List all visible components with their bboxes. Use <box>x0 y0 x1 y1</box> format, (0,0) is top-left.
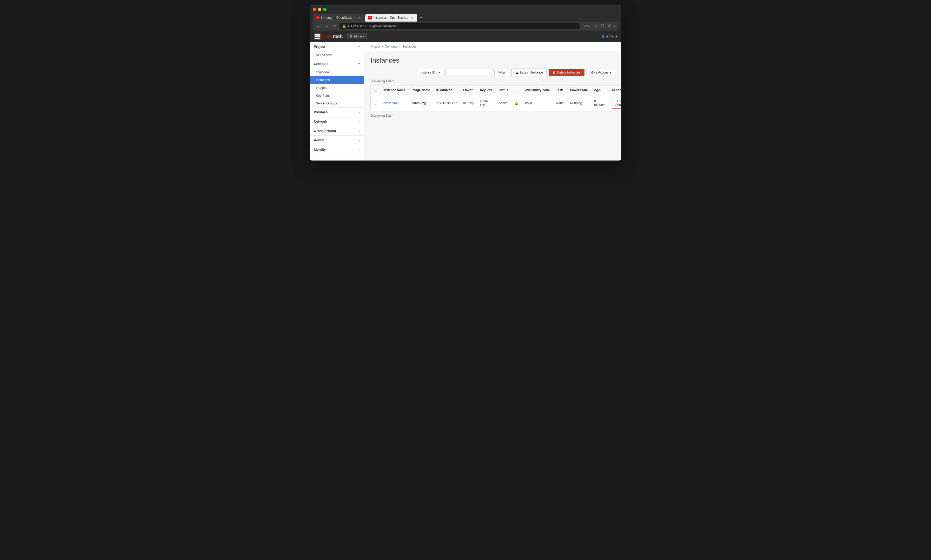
sidebar-section-project: Project ▾ API Access <box>309 42 364 59</box>
sidebar-orchestration-label: Orchestration <box>314 129 336 133</box>
sidebar-project-chevron: ▾ <box>358 45 360 48</box>
svg-rect-2 <box>315 36 320 37</box>
openstack-logo-icon <box>314 33 321 40</box>
download-icon[interactable]: ⬇ <box>607 24 611 29</box>
sidebar-item-server-groups[interactable]: Server Groups <box>309 100 364 107</box>
reload-button[interactable]: ↻ <box>332 23 337 29</box>
sidebar-section-network: Network › <box>309 117 364 126</box>
trash-icon: 🗑 <box>553 71 556 74</box>
sidebar-header-admin[interactable]: Admin › <box>309 135 364 145</box>
breadcrumb-compute[interactable]: Compute <box>385 45 397 48</box>
project-dropdown-icon: ▾ <box>363 35 365 38</box>
instance-name-link[interactable]: cirros-vm-1 <box>383 101 400 105</box>
sidebar-admin-label: Admin <box>314 138 324 142</box>
user-menu[interactable]: 👤 admin ▾ <box>601 35 617 38</box>
col-flavor: Flavor <box>460 85 477 95</box>
col-actions: Actions <box>609 85 622 95</box>
row-checkbox[interactable] <box>374 101 377 105</box>
menu-icon[interactable]: ≡ <box>613 24 616 29</box>
sidebar-section-volumes: Volumes › <box>309 108 364 117</box>
sidebar-volumes-chevron: › <box>359 111 360 114</box>
col-key-pair: Key Pair <box>477 85 496 95</box>
col-status: Status <box>496 85 511 95</box>
sidebar-compute-chevron: ▾ <box>358 62 360 65</box>
browser-chrome: ⊞ int-router - OpenStack Dashbo... ✕ ⊞ I… <box>309 5 622 31</box>
browser-tab-2[interactable]: ⊞ Instances - OpenStack Dashbo... ✕ <box>365 14 417 22</box>
tab-1-close[interactable]: ✕ <box>357 15 362 20</box>
filter-input[interactable] <box>445 69 492 76</box>
launch-instance-button[interactable]: ☁ Launch Instance <box>511 69 547 76</box>
create-snapshot-button[interactable]: Create Snapshot <box>612 98 622 108</box>
admin-label: admin <box>606 35 615 38</box>
filter-dropdown[interactable]: Instance ID = ▾ <box>417 69 443 76</box>
breadcrumb-instances: Instances <box>403 45 416 48</box>
browser-actions: ☆ 🛡 ⬇ ≡ <box>594 24 616 29</box>
display-count-top: Displaying 1 item <box>371 80 615 83</box>
filter-dropdown-icon: ▾ <box>439 71 440 74</box>
filter-button[interactable]: Filter <box>494 69 509 76</box>
breadcrumb-sep-2: / <box>399 45 401 48</box>
main-content: Project / Compute / Instances Instances … <box>364 42 622 160</box>
sidebar-section-admin: Admin › <box>309 135 364 145</box>
svg-rect-3 <box>315 38 320 39</box>
row-age: 0 minutes <box>591 95 609 111</box>
sidebar-compute-label: Compute <box>314 62 328 66</box>
delete-btn-label: Delete Instances <box>557 71 580 74</box>
col-image-name: Image Name <box>409 85 433 95</box>
sidebar-item-instances[interactable]: Instances <box>309 76 364 84</box>
action-button-group: Create Snapshot ▾ <box>612 98 622 109</box>
minimize-button[interactable] <box>318 8 321 11</box>
row-ip-address: 172.16.99.197 <box>433 95 460 111</box>
instances-table: Instance Name Image Name IP Address Flav… <box>371 85 622 111</box>
sidebar-item-images[interactable]: Images <box>309 84 364 92</box>
new-tab-button[interactable]: + <box>418 14 425 22</box>
row-actions: Create Snapshot ▾ <box>609 95 622 111</box>
sidebar-item-key-pairs[interactable]: Key Pairs <box>309 92 364 100</box>
row-image-name: cirros-img <box>409 95 433 111</box>
bookmark-icon[interactable]: ☆ <box>594 24 598 29</box>
close-button[interactable] <box>313 8 316 11</box>
browser-tab-1[interactable]: ⊞ int-router - OpenStack Dashbo... ✕ <box>313 14 365 22</box>
sidebar-header-project[interactable]: Project ▾ <box>309 42 364 51</box>
sidebar-admin-chevron: › <box>359 139 360 142</box>
sidebar-item-overview[interactable]: Overview <box>309 68 364 76</box>
col-az: Availability Zone <box>522 85 553 95</box>
sidebar-item-api-access[interactable]: API Access <box>309 51 364 59</box>
logo-text: openstack. <box>323 34 343 39</box>
sidebar-orchestration-chevron: › <box>359 129 360 132</box>
row-locked: 🔓 <box>511 95 522 111</box>
page-title: Instances <box>371 56 615 65</box>
row-flavor: m1.tiny <box>460 95 477 111</box>
toolbar: Instance ID = ▾ Filter ☁ Launch Instance <box>371 69 615 76</box>
more-actions-button[interactable]: More Actions ▾ <box>586 69 615 76</box>
select-all-checkbox[interactable] <box>374 88 377 91</box>
back-button[interactable]: ← <box>315 23 322 29</box>
delete-instances-button[interactable]: 🗑 Delete Instances <box>549 69 584 76</box>
sidebar-identity-label: Identity <box>314 148 326 151</box>
sidebar-header-compute[interactable]: Compute ▾ <box>309 59 364 68</box>
filter-btn-label: Filter <box>498 71 505 74</box>
breadcrumb-project[interactable]: Project <box>371 45 380 48</box>
maximize-button[interactable] <box>323 8 326 11</box>
breadcrumb-sep-1: / <box>382 45 384 48</box>
project-selector[interactable]: ⊞ admin ▾ <box>347 34 367 39</box>
address-bar[interactable]: 🔒 ℹ 172.168.12.100/project/instances/ <box>340 23 580 29</box>
app-body: Project ▾ API Access Compute ▾ Overview <box>309 42 622 160</box>
sidebar-header-network[interactable]: Network › <box>309 117 364 126</box>
col-power-state: Power State <box>567 85 591 95</box>
sidebar-network-chevron: › <box>359 120 360 123</box>
shield-status-icon[interactable]: 🛡 <box>600 24 605 29</box>
sidebar-header-orchestration[interactable]: Orchestration › <box>309 126 364 135</box>
filter-label: Instance ID = <box>420 71 438 74</box>
forward-button[interactable]: → <box>324 23 330 29</box>
tab-2-close[interactable]: ✕ <box>410 15 414 20</box>
col-age: Age <box>591 85 609 95</box>
row-checkbox-cell <box>371 95 380 111</box>
sidebar-header-identity[interactable]: Identity › <box>309 145 364 154</box>
more-btn-label: More Actions <box>591 71 608 74</box>
user-dropdown-icon: ▾ <box>616 35 617 38</box>
display-count-bottom: Displaying 1 item <box>371 114 615 117</box>
flavor-link[interactable]: m1.tiny <box>463 101 474 105</box>
sidebar-header-volumes[interactable]: Volumes › <box>309 108 364 117</box>
tab-1-title: int-router - OpenStack Dashbo... <box>321 16 356 20</box>
